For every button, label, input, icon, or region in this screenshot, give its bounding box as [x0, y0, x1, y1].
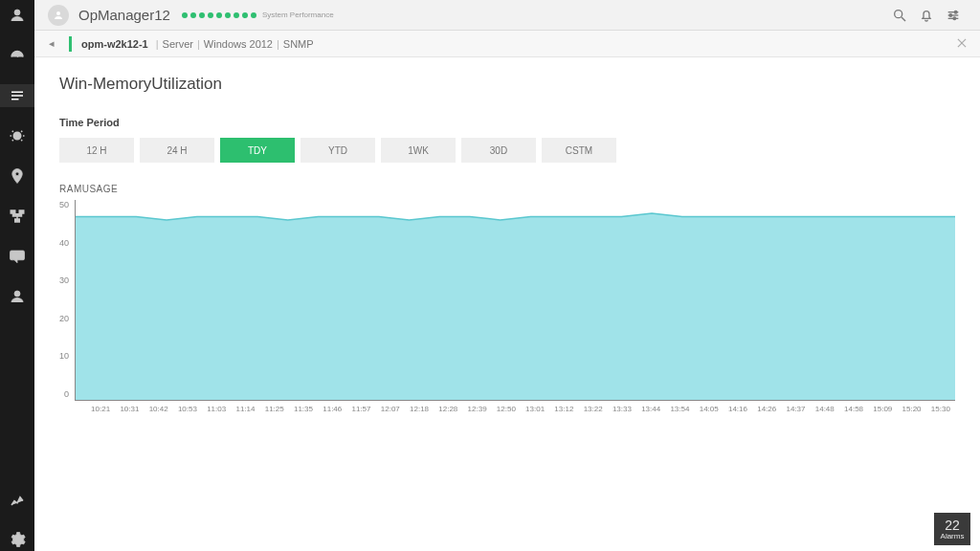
- x-tick: 10:42: [145, 405, 173, 413]
- breadcrumb-tag: SNMP: [283, 38, 314, 50]
- perf-dots: [182, 12, 256, 18]
- nav-avatar-icon[interactable]: [0, 4, 34, 27]
- bell-icon[interactable]: [913, 2, 940, 29]
- y-tick: 50: [59, 200, 69, 209]
- perf-label: System Performance: [262, 11, 334, 19]
- period-30d[interactable]: 30D: [461, 138, 536, 163]
- x-tick: 11:25: [260, 405, 289, 413]
- y-tick: 30: [59, 276, 69, 285]
- svg-rect-8: [19, 210, 24, 213]
- close-icon[interactable]: [955, 36, 969, 52]
- time-period-row: 12 H 24 H TDY YTD 1WK 30D CSTM: [59, 138, 955, 163]
- x-tick: 15:30: [926, 405, 955, 413]
- alarms-badge[interactable]: 22 Alarms: [934, 513, 970, 545]
- topbar: OpManager12 System Performance: [34, 0, 980, 31]
- brand-title: OpManager12: [78, 7, 170, 23]
- svg-point-10: [14, 291, 20, 297]
- nav-dashboard-icon[interactable]: [0, 44, 34, 67]
- avatar[interactable]: [48, 5, 69, 26]
- svg-point-0: [14, 10, 20, 15]
- breadcrumb-host[interactable]: opm-w2k12-1: [81, 38, 148, 50]
- svg-point-18: [949, 13, 952, 16]
- x-tick: 14:48: [811, 405, 839, 413]
- period-1wk[interactable]: 1WK: [381, 138, 456, 163]
- svg-rect-9: [15, 219, 20, 222]
- accent-line: [69, 36, 72, 52]
- alarms-count: 22: [945, 518, 960, 532]
- x-tick: 11:35: [289, 405, 318, 413]
- x-tick: 12:07: [376, 405, 405, 413]
- x-tick: 11:57: [346, 405, 375, 413]
- x-tick: 11:03: [202, 405, 231, 413]
- x-tick: 12:50: [492, 405, 521, 413]
- breadcrumb-tag: Server: [163, 38, 193, 50]
- breadcrumb-tag: Windows 2012: [204, 38, 273, 50]
- period-tdy[interactable]: TDY: [220, 138, 295, 163]
- x-axis: 10:2110:3110:4210:5311:0311:1411:2511:35…: [86, 405, 955, 413]
- y-tick: 0: [64, 389, 69, 399]
- x-tick: 15:09: [868, 405, 897, 413]
- svg-rect-7: [11, 210, 15, 213]
- period-cstm[interactable]: CSTM: [542, 138, 616, 163]
- time-period-label: Time Period: [59, 117, 955, 128]
- x-tick: 12:18: [405, 405, 434, 413]
- x-tick: 14:58: [839, 405, 868, 413]
- sidebar: [0, 0, 34, 551]
- alarms-label: Alarms: [941, 532, 965, 540]
- nav-network-icon[interactable]: [0, 205, 34, 228]
- x-tick: 14:05: [695, 405, 724, 413]
- y-tick: 10: [59, 351, 69, 361]
- period-ytd[interactable]: YTD: [301, 138, 375, 163]
- x-tick: 13:33: [608, 405, 636, 413]
- y-tick: 40: [59, 238, 69, 248]
- svg-line-13: [902, 17, 905, 21]
- breadcrumb: ◂ opm-w2k12-1 | Server | Windows 2012 | …: [34, 31, 980, 57]
- page-title: Win-MemoryUtilization: [59, 75, 955, 94]
- x-tick: 11:46: [318, 405, 346, 413]
- period-24h[interactable]: 24 H: [140, 138, 214, 163]
- x-tick: 13:12: [549, 405, 578, 413]
- svg-point-17: [954, 11, 957, 13]
- svg-point-6: [15, 172, 19, 176]
- y-tick: 20: [59, 314, 69, 323]
- chart: 50 40 30 20 10 0: [59, 200, 955, 401]
- x-tick: 14:37: [781, 405, 810, 413]
- svg-point-5: [13, 132, 21, 140]
- x-tick: 13:01: [521, 405, 549, 413]
- x-tick: 13:44: [636, 405, 665, 413]
- period-12h[interactable]: 12 H: [59, 138, 134, 163]
- nav-settings-icon[interactable]: [0, 528, 34, 551]
- svg-point-19: [953, 17, 956, 20]
- svg-point-12: [895, 10, 902, 17]
- search-icon[interactable]: [886, 2, 913, 29]
- x-tick: 14:16: [724, 405, 752, 413]
- content: Win-MemoryUtilization Time Period 12 H 2…: [34, 57, 980, 551]
- x-tick: 11:14: [231, 405, 259, 413]
- x-tick: 10:31: [115, 405, 144, 413]
- nav-list-icon[interactable]: [0, 84, 34, 107]
- x-tick: 12:39: [462, 405, 491, 413]
- nav-chat-icon[interactable]: [0, 245, 34, 268]
- x-tick: 15:20: [897, 405, 925, 413]
- chart-title: RAMUSAGE: [59, 184, 955, 194]
- nav-reports-icon[interactable]: [0, 488, 34, 511]
- x-tick: 10:53: [173, 405, 202, 413]
- x-tick: 13:54: [665, 405, 694, 413]
- x-tick: 14:26: [752, 405, 781, 413]
- x-tick: 12:28: [434, 405, 462, 413]
- x-tick: 13:22: [579, 405, 608, 413]
- chart-plot: [75, 200, 955, 401]
- x-tick: 10:21: [86, 405, 115, 413]
- y-axis: 50 40 30 20 10 0: [59, 200, 75, 401]
- filter-icon[interactable]: [940, 2, 967, 29]
- nav-user-icon[interactable]: [0, 285, 34, 308]
- nav-location-icon[interactable]: [0, 165, 34, 187]
- back-button[interactable]: ◂: [44, 37, 59, 50]
- svg-point-11: [56, 11, 60, 15]
- nav-alerts-icon[interactable]: [0, 124, 34, 147]
